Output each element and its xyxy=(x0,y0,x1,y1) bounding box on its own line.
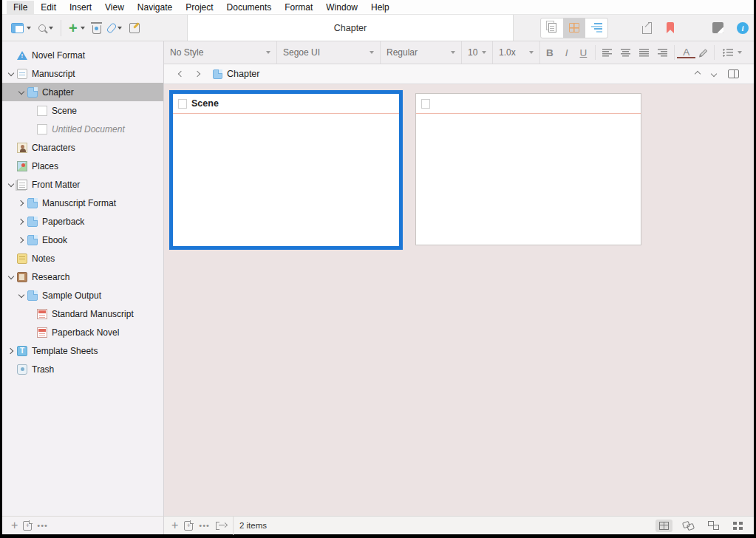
bold-button[interactable]: B xyxy=(540,47,559,58)
corkboard-controls xyxy=(655,519,746,532)
binder-item[interactable]: Standard Manuscript xyxy=(2,304,163,323)
menu-item[interactable]: Window xyxy=(319,1,364,14)
toolbar-right-group: i xyxy=(514,15,754,41)
forward-button[interactable] xyxy=(189,72,205,76)
highlighter-icon[interactable] xyxy=(700,49,708,57)
align-right-button[interactable] xyxy=(658,49,667,57)
disclosure-chevron-icon[interactable] xyxy=(17,198,27,208)
attach-button[interactable] xyxy=(106,15,125,41)
disclosure-chevron-icon[interactable] xyxy=(27,327,37,338)
disclosure-chevron-icon[interactable] xyxy=(27,309,37,319)
view-mode-button[interactable] xyxy=(563,18,585,38)
disclosure-chevron-icon[interactable] xyxy=(7,346,17,356)
index-card[interactable] xyxy=(415,93,641,245)
quick-compose-button[interactable] xyxy=(126,15,143,41)
disclosure-chevron-icon[interactable] xyxy=(7,253,17,264)
binder-item[interactable]: Chapter xyxy=(2,83,163,101)
binder-item[interactable]: Research xyxy=(2,268,163,286)
more-options-button[interactable]: ••• xyxy=(37,521,48,530)
binder-item[interactable]: Paperback xyxy=(2,212,163,231)
binder-toggle-button[interactable] xyxy=(8,15,34,41)
disclosure-chevron-icon[interactable] xyxy=(7,50,17,61)
chevron-down-icon xyxy=(49,27,53,30)
corkboard-options-button[interactable] xyxy=(729,520,746,532)
bookmark-icon[interactable] xyxy=(667,22,674,33)
disclosure-chevron-icon[interactable] xyxy=(7,364,17,375)
binder-item[interactable]: Trash xyxy=(2,360,163,378)
inspector-info-icon[interactable]: i xyxy=(737,22,749,34)
format-bar: No Style Segoe UI Regular 10 1.0x xyxy=(164,41,754,64)
disclosure-chevron-icon[interactable] xyxy=(27,124,37,134)
more-options-button[interactable]: ••• xyxy=(199,521,210,530)
back-button[interactable] xyxy=(173,72,189,76)
align-left-button[interactable] xyxy=(602,49,612,57)
add-item-button[interactable]: + xyxy=(66,15,88,41)
binder-item[interactable]: Template Sheets xyxy=(2,341,163,360)
add-document-button[interactable]: + xyxy=(171,520,178,531)
disclosure-chevron-icon[interactable] xyxy=(17,235,27,245)
add-folder-button[interactable]: + xyxy=(184,521,193,531)
menu-item[interactable]: Edit xyxy=(34,1,63,14)
menu-item[interactable]: Navigate xyxy=(131,1,179,14)
list-format-icon[interactable] xyxy=(723,49,733,57)
view-mode-button[interactable] xyxy=(585,18,607,38)
compose-mode-icon[interactable] xyxy=(712,22,723,33)
underline-button[interactable]: U xyxy=(574,47,593,58)
align-center-button[interactable] xyxy=(621,49,630,57)
menu-item[interactable]: Documents xyxy=(220,1,279,14)
menu-item[interactable]: File xyxy=(7,1,34,14)
style-select[interactable]: No Style xyxy=(164,41,277,64)
binder-item[interactable]: Characters xyxy=(2,138,163,157)
grid-view-button[interactable] xyxy=(655,520,672,532)
disclosure-chevron-icon[interactable] xyxy=(7,161,17,171)
italic-button[interactable]: I xyxy=(559,47,574,58)
view-mode-button[interactable] xyxy=(541,18,563,38)
disclosure-chevron-icon[interactable] xyxy=(7,143,17,153)
next-document-button[interactable] xyxy=(706,72,722,76)
freeform-button[interactable] xyxy=(704,519,723,532)
binder-item[interactable]: Ebook xyxy=(2,231,163,249)
trash-button[interactable] xyxy=(89,15,104,41)
card-title[interactable]: Scene xyxy=(191,98,219,109)
auto-load-icon[interactable] xyxy=(216,522,227,530)
add-folder-button[interactable]: + xyxy=(23,521,32,531)
menu-item[interactable]: Insert xyxy=(63,1,98,14)
add-document-button[interactable]: + xyxy=(11,520,18,531)
share-icon[interactable] xyxy=(642,26,652,34)
font-style-select[interactable]: Regular xyxy=(381,41,462,64)
disclosure-chevron-icon[interactable] xyxy=(17,87,27,98)
previous-document-button[interactable] xyxy=(689,72,706,76)
binder-item[interactable]: Scene xyxy=(2,101,163,120)
binder-item[interactable]: Manuscript xyxy=(2,64,163,83)
disclosure-chevron-icon[interactable] xyxy=(7,180,17,190)
binder-item[interactable]: Places xyxy=(2,157,163,175)
binder-item[interactable]: Front Matter xyxy=(2,175,163,194)
label-view-button[interactable] xyxy=(679,519,698,532)
search-button[interactable] xyxy=(35,15,56,41)
menu-item[interactable]: Help xyxy=(364,1,396,14)
format-separator xyxy=(714,45,715,60)
binder-item[interactable]: Manuscript Format xyxy=(2,194,163,212)
disclosure-chevron-icon[interactable] xyxy=(7,69,17,79)
index-card[interactable]: Scene xyxy=(169,90,403,250)
split-view-button[interactable] xyxy=(722,69,745,78)
font-size-select[interactable]: 10 xyxy=(462,41,493,64)
binder-item[interactable]: Notes xyxy=(2,249,163,268)
menu-item[interactable]: Project xyxy=(179,1,219,14)
binder-item[interactable]: Paperback Novel xyxy=(2,323,163,341)
align-justify-button[interactable] xyxy=(639,49,649,57)
binder-item[interactable]: Sample Output xyxy=(2,286,163,304)
menu-item[interactable]: Format xyxy=(278,1,319,14)
binder-item[interactable]: Novel Format xyxy=(2,46,163,64)
disclosure-chevron-icon[interactable] xyxy=(7,272,17,282)
text-color-button[interactable]: A xyxy=(677,47,695,58)
disclosure-chevron-icon[interactable] xyxy=(27,106,37,116)
line-spacing-select[interactable]: 1.0x xyxy=(493,41,540,64)
binder-item[interactable]: Untitled Document xyxy=(2,120,163,138)
font-select[interactable]: Segoe UI xyxy=(277,41,381,64)
menu-item[interactable]: View xyxy=(98,1,131,14)
chevron-down-icon xyxy=(27,27,31,30)
chevron-down-icon[interactable] xyxy=(738,51,742,54)
disclosure-chevron-icon[interactable] xyxy=(17,217,27,227)
disclosure-chevron-icon[interactable] xyxy=(17,290,27,301)
